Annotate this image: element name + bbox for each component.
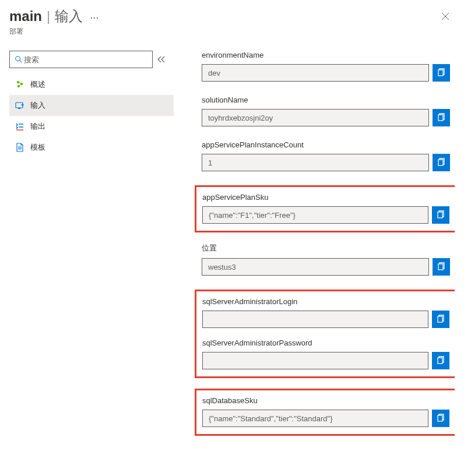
sidebar-item-label: 输入 [30,100,45,111]
copy-icon [436,356,445,365]
field-label-sqlServerAdministratorLogin: sqlServerAdministratorLogin [202,297,449,306]
copy-button-sqlDatabaseSku[interactable] [432,410,449,427]
inputs-icon [15,101,24,110]
svg-rect-19 [438,264,443,270]
copy-button-sqlServerAdministratorPassword[interactable] [432,352,449,369]
field-value-appServicePlanSku: {"name":"F1","tier":"Free"} [202,206,428,224]
chevron-double-left-icon [157,56,166,63]
svg-rect-15 [438,70,443,76]
field-label-environmentName: environmentName [202,51,450,59]
copy-button-appServicePlanInstanceCount[interactable] [433,154,450,171]
svg-rect-21 [438,358,442,364]
copy-icon [437,113,446,122]
page-subtitle: 部署 [9,27,101,37]
field-value-location: westus3 [202,258,429,276]
more-menu-button[interactable]: ··· [87,12,101,24]
field-value-sqlServerAdministratorPassword [202,352,428,369]
field-value-appServicePlanInstanceCount: 1 [202,154,429,171]
sidebar-item-label: 概述 [30,79,45,90]
sidebar-item-label: 模板 [30,142,45,153]
sidebar-item-template[interactable]: 模板 [9,137,174,158]
svg-rect-18 [438,212,442,218]
sidebar-item-label: 输出 [30,121,45,132]
copy-button-appServicePlanSku[interactable] [432,206,449,224]
svg-rect-20 [438,316,442,322]
copy-button-solutionName[interactable] [433,109,450,126]
page-title-separator: | [47,8,50,24]
field-value-environmentName: dev [202,64,429,82]
close-icon [441,12,449,20]
field-label-location: 位置 [202,243,450,253]
field-label-sqlDatabaseSku: sqlDatabaseSku [202,396,449,405]
field-label-solutionName: solutionName [202,96,450,104]
outputs-icon [15,122,24,131]
copy-icon [436,315,445,324]
svg-point-0 [16,57,20,61]
copy-button-location[interactable] [433,258,450,276]
sidebar-item-overview[interactable]: 概述 [9,74,174,95]
search-box[interactable] [9,51,153,68]
copy-icon [437,262,446,272]
field-label-sqlServerAdministratorPassword: sqlServerAdministratorPassword [202,339,449,347]
page-title-main: main [9,8,42,24]
svg-rect-22 [438,415,442,421]
svg-rect-8 [18,108,20,109]
copy-button-sqlServerAdministratorLogin[interactable] [432,311,449,328]
copy-icon [437,68,446,77]
close-button[interactable] [436,7,455,26]
field-value-sqlDatabaseSku: {"name":"Standard","tier":"Standard"} [202,410,428,427]
field-value-solutionName: toyhrdxebzosjni2oy [202,109,429,126]
collapse-sidebar-button[interactable] [157,56,169,63]
copy-icon [437,158,446,167]
svg-line-1 [20,61,22,63]
copy-button-environmentName[interactable] [433,64,450,82]
svg-rect-16 [438,115,443,121]
field-value-sqlServerAdministratorLogin [202,311,428,328]
field-label-appServicePlanSku: appServicePlanSku [202,193,449,202]
overview-icon [15,80,24,89]
page-title-section: 输入 [55,7,83,26]
sidebar-item-inputs[interactable]: 输入 [9,95,174,116]
template-icon [15,143,24,152]
search-icon [15,55,23,64]
sidebar-item-outputs[interactable]: 输出 [9,116,174,137]
copy-icon [436,210,445,220]
copy-icon [436,414,445,423]
search-input[interactable] [23,55,147,65]
field-label-appServicePlanInstanceCount: appServicePlanInstanceCount [202,140,450,149]
svg-rect-17 [438,160,443,165]
